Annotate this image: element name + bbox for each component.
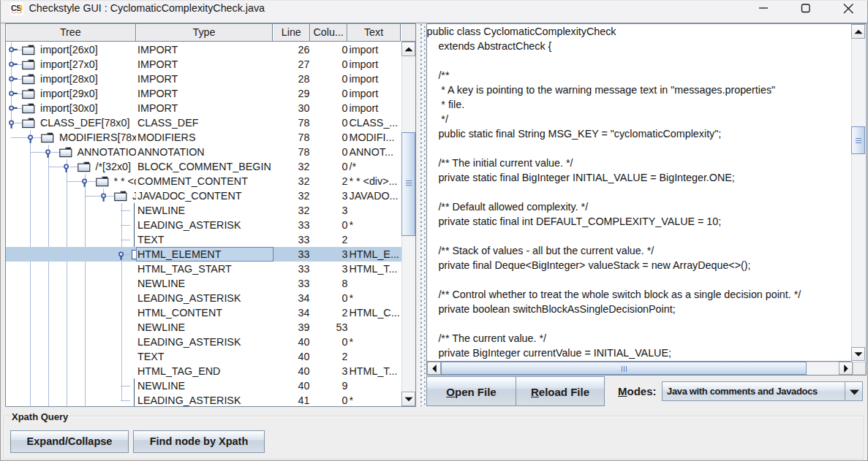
close-icon — [831, 1, 865, 18]
tree-collapse-handle[interactable] — [9, 115, 19, 129]
arrow-down-icon — [405, 397, 413, 402]
table-row[interactable]: import[27x0]IMPORT270import — [6, 57, 401, 72]
expand-collapse-button[interactable]: Expand/Collapse — [10, 430, 129, 453]
table-header: TreeTypeLineColu...Text — [6, 24, 401, 42]
table-row[interactable]: import[26x0]IMPORT260import — [6, 42, 401, 57]
code-scroll-right-button[interactable] — [839, 362, 853, 375]
table-row[interactable]: NEWLINE[32x3]NEWLINE323 — [6, 203, 401, 218]
table-row[interactable]: * * <div>COMMENT_CONTENT322* * <div>... — [6, 174, 401, 188]
tree-expand-handle[interactable] — [9, 72, 19, 85]
tree-scroll-up-button[interactable] — [401, 42, 415, 56]
tree-collapse-handle[interactable] — [101, 188, 111, 202]
code-scroll-left-button[interactable] — [427, 362, 441, 375]
table-row[interactable]: HTML_ELEMENT[33x3]HTML_ELEMENT333HTML_E.… — [6, 247, 401, 262]
tree-expand-handle[interactable] — [9, 86, 19, 100]
table-row[interactable]: LEADING_ASTERISK[33x0]LEADING_ASTERISK33… — [6, 218, 401, 232]
code-text-area[interactable]: public class CyclomaticComplexityCheck e… — [427, 24, 850, 361]
find-node-by-xpath-button[interactable]: Find node by Xpath — [133, 430, 265, 453]
tree-expand-handle[interactable] — [9, 101, 19, 115]
tree-cell[interactable]: NEWLINE[40x9] — [6, 378, 136, 393]
tree-collapse-handle[interactable] — [82, 174, 92, 188]
tree-cell[interactable]: LEADING_ASTERISK[41x0] — [6, 393, 136, 406]
tree-collapse-handle[interactable] — [64, 159, 74, 173]
code-vscrollbar-track[interactable] — [851, 24, 865, 361]
tree-cell[interactable]: TEXT[40x2] — [6, 349, 136, 364]
code-scroll-down-button[interactable] — [851, 347, 865, 361]
tree-cell[interactable]: import[26x0] — [6, 42, 136, 57]
tree-cell[interactable]: NEWLINE[39x53] — [6, 320, 136, 335]
tree-scroll-down-button[interactable] — [401, 392, 415, 406]
maximize-button[interactable] — [789, 1, 823, 18]
code-vscrollbar-thumb[interactable] — [851, 126, 865, 154]
tree-table[interactable]: import[26x0]IMPORT260importimport[27x0]I… — [6, 42, 401, 406]
tree-cell[interactable]: HTML_TAG_END[40x3] — [6, 364, 136, 378]
table-row[interactable]: import[29x0]IMPORT290import — [6, 86, 401, 101]
tree-expand-handle[interactable] — [9, 57, 19, 71]
tree-cell[interactable]: LEADING_ASTERISK[33x0] — [6, 218, 136, 232]
tree-cell[interactable]: JAVADOC_CONTENT[32x3] — [6, 188, 136, 203]
leaf-icon — [134, 232, 135, 247]
table-row[interactable]: TEXT[40x2]TEXT402 — [6, 349, 401, 364]
tree-cell[interactable]: ANNOTATION[78x0] — [6, 145, 136, 159]
table-row[interactable]: NEWLINE[39x53]NEWLINE3953 — [6, 320, 401, 335]
tree-scrollbar-thumb[interactable] — [401, 132, 415, 236]
modes-combobox[interactable]: Java with comments and Javadocs — [662, 381, 863, 401]
combobox-arrow-button[interactable] — [845, 382, 862, 400]
column-header-tree[interactable]: Tree — [6, 24, 136, 42]
tree-cell[interactable]: LEADING_ASTERISK[40x0] — [6, 335, 136, 349]
minimize-button[interactable] — [747, 1, 780, 18]
tree-collapse-handle[interactable] — [45, 145, 56, 159]
tree-cell[interactable]: HTML_TAG_START[33x3] — [6, 262, 136, 276]
tree-cell[interactable]: import[30x0] — [6, 101, 136, 115]
table-row[interactable]: /*[32x0]BLOCK_COMMENT_BEGIN320/* — [6, 159, 401, 174]
table-row[interactable]: ANNOTATION[78x0]ANNOTATION780ANNOT... — [6, 145, 401, 159]
table-row[interactable]: LEADING_ASTERISK[41x0]LEADING_ASTERISK41… — [6, 393, 401, 406]
tree-cell[interactable]: import[29x0] — [6, 86, 136, 101]
tree-collapse-handle[interactable] — [28, 130, 38, 144]
table-row[interactable]: LEADING_ASTERISK[34x0]LEADING_ASTERISK34… — [6, 291, 401, 305]
tree-cell[interactable]: CLASS_DEF[78x0] — [6, 115, 136, 130]
table-row[interactable]: HTML_TAG_END[40x3]HTML_TAG_END403HTML_T.… — [6, 364, 401, 378]
table-row[interactable]: HTML_TAG_START[33x3]HTML_TAG_START333HTM… — [6, 262, 401, 276]
tree-cell[interactable]: NEWLINE[33x8] — [6, 276, 136, 291]
tree-cell[interactable]: import[27x0] — [6, 57, 136, 72]
table-row[interactable]: import[28x0]IMPORT280import — [6, 72, 401, 86]
text-cell: * — [350, 335, 401, 349]
table-row[interactable]: TEXT[33x2]TEXT332 — [6, 232, 401, 247]
table-row[interactable]: NEWLINE[33x8]NEWLINE338 — [6, 276, 401, 291]
tree-cell[interactable]: MODIFIERS[78x0] — [6, 130, 136, 145]
tree-cell[interactable]: * * <div> — [6, 174, 136, 188]
line-cell: 32 — [274, 188, 310, 203]
table-row[interactable]: CLASS_DEF[78x0]CLASS_DEF780CLASS_... — [6, 115, 401, 130]
code-scroll-up-button[interactable] — [851, 24, 865, 39]
folder-icon — [22, 88, 35, 99]
split-divider[interactable] — [417, 24, 426, 406]
tree-cell[interactable]: NEWLINE[32x3] — [6, 203, 136, 218]
column-header-line[interactable]: Line — [273, 24, 310, 42]
code-hscrollbar-thumb[interactable] — [441, 362, 807, 375]
column-cell: 3 — [312, 247, 348, 262]
table-row[interactable]: JAVADOC_CONTENT[32x3]JAVADOC_CONTENT323J… — [6, 188, 401, 203]
tree-collapse-handle[interactable] — [118, 247, 129, 261]
tree-cell[interactable]: /*[32x0] — [6, 159, 136, 174]
tree-cell[interactable]: HTML_ELEMENT[33x3] — [6, 247, 136, 262]
column-header-text[interactable]: Text — [347, 24, 401, 42]
code-line: /** The current value. */ — [427, 331, 801, 346]
table-row[interactable]: HTML_CONTENT[34x2]HTML_CONTENT342HTML_C.… — [6, 305, 401, 320]
table-row[interactable]: MODIFIERS[78x0]MODIFIERS780MODIFI... — [6, 130, 401, 145]
tree-cell[interactable]: HTML_CONTENT[34x2] — [6, 305, 136, 320]
column-header-colu[interactable]: Colu... — [310, 24, 347, 42]
reload-file-button[interactable]: Reload File — [516, 376, 605, 406]
line-cell: 34 — [274, 291, 310, 305]
table-row[interactable]: import[30x0]IMPORT300import — [6, 101, 401, 115]
open-file-button[interactable]: Open File — [426, 376, 516, 406]
tree-cell[interactable]: LEADING_ASTERISK[34x0] — [6, 291, 136, 305]
tree-cell[interactable]: import[28x0] — [6, 72, 136, 86]
close-button[interactable] — [831, 1, 865, 18]
tree-node-label: CLASS_DEF[78x0] — [40, 115, 129, 130]
tree-cell[interactable]: TEXT[33x2] — [6, 232, 136, 247]
table-row[interactable]: LEADING_ASTERISK[40x0]LEADING_ASTERISK40… — [6, 335, 401, 349]
tree-expand-handle[interactable] — [9, 42, 19, 56]
column-header-type[interactable]: Type — [136, 24, 273, 42]
table-row[interactable]: NEWLINE[40x9]NEWLINE409 — [6, 378, 401, 393]
